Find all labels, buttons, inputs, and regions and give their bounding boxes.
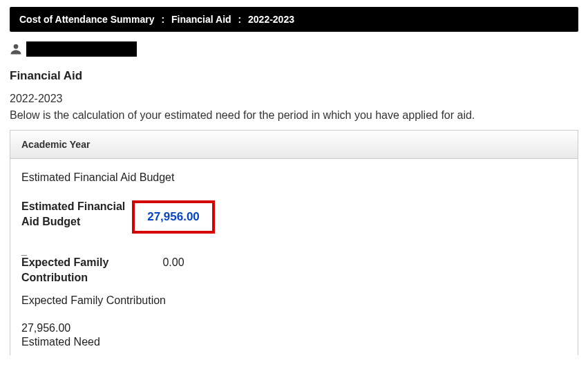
section-title: Financial Aid	[10, 69, 578, 83]
svg-point-0	[14, 44, 19, 49]
efc-label: Expected Family Contribution	[21, 255, 132, 285]
panel-header: Academic Year	[10, 131, 578, 159]
breadcrumb-sep-2: :	[238, 14, 241, 25]
efc-value: 0.00	[132, 255, 215, 269]
aid-year: 2022-2023	[10, 93, 578, 105]
efc-row: Expected Family Contribution 0.00	[21, 255, 567, 285]
estimated-need-value: 27,956.00	[21, 322, 567, 334]
breadcrumb-part-1: Cost of Attendance Summary	[19, 14, 155, 25]
separator-line: _	[21, 247, 567, 255]
budget-highlight-box: 27,956.00	[132, 200, 215, 234]
user-name-redacted	[26, 41, 137, 57]
description: Below is the calculation of your estimat…	[10, 109, 578, 122]
breadcrumb-sep-1: :	[161, 14, 164, 25]
breadcrumb-part-3: 2022-2023	[248, 14, 294, 25]
budget-row: Estimated Financial Aid Budget 27,956.00	[21, 199, 567, 234]
breadcrumb-part-2: Financial Aid	[171, 14, 231, 25]
breadcrumb: Cost of Attendance Summary : Financial A…	[10, 7, 578, 32]
budget-subhead: Estimated Financial Aid Budget	[21, 171, 567, 184]
panel-body: Estimated Financial Aid Budget Estimated…	[10, 159, 578, 355]
budget-label: Estimated Financial Aid Budget	[21, 199, 132, 229]
user-row	[10, 41, 578, 57]
person-icon	[10, 43, 22, 55]
budget-value: 27,956.00	[147, 210, 200, 223]
estimated-need-label: Estimated Need	[21, 336, 567, 348]
budget-value-wrap: 27,956.00	[132, 199, 215, 234]
efc-plain-text: Expected Family Contribution	[21, 294, 567, 307]
academic-year-panel: Academic Year Estimated Financial Aid Bu…	[10, 130, 578, 355]
